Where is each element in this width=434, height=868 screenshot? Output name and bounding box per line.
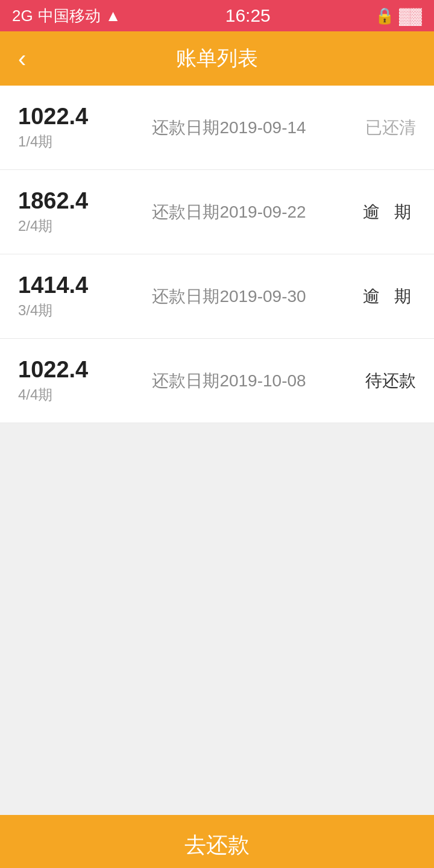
item-period: 1/4期 xyxy=(18,132,127,151)
wifi-icon: ▲ xyxy=(105,7,121,25)
item-date: 还款日期2019-09-14 xyxy=(127,116,332,139)
bill-list-item[interactable]: 1862.4 2/4期 还款日期2019-09-22 逾 期 xyxy=(0,170,434,254)
item-date: 还款日期2019-09-22 xyxy=(127,201,332,224)
repay-button-label: 去还款 xyxy=(184,831,250,860)
status-bar-right: 🔒 ▓▓ xyxy=(375,7,422,25)
item-status: 已还清 xyxy=(332,116,416,139)
item-amount-block: 1414.4 3/4期 xyxy=(18,272,127,320)
item-amount-block: 1022.4 1/4期 xyxy=(18,104,127,151)
item-period: 2/4期 xyxy=(18,216,127,236)
status-bar: 2G 中国移动 ▲ 16:25 🔒 ▓▓ xyxy=(0,0,434,31)
item-date: 还款日期2019-09-30 xyxy=(127,285,332,308)
empty-area xyxy=(0,423,434,815)
status-bar-left: 2G 中国移动 ▲ xyxy=(12,5,121,27)
item-date: 还款日期2019-10-08 xyxy=(127,370,332,392)
item-status: 逾 期 xyxy=(332,201,416,224)
item-amount: 1414.4 xyxy=(18,272,127,298)
bill-list-item[interactable]: 1022.4 1/4期 还款日期2019-09-14 已还清 xyxy=(0,86,434,170)
battery-icon: ▓▓ xyxy=(399,7,422,25)
item-status: 待还款 xyxy=(332,370,416,392)
item-amount: 1862.4 xyxy=(18,188,127,214)
bill-list-item[interactable]: 1022.4 4/4期 还款日期2019-10-08 待还款 xyxy=(0,339,434,423)
status-bar-time: 16:25 xyxy=(225,5,271,26)
item-amount: 1022.4 xyxy=(18,104,127,130)
back-button[interactable]: ‹ xyxy=(18,45,48,72)
item-amount-block: 1862.4 2/4期 xyxy=(18,188,127,236)
header: ‹ 账单列表 xyxy=(0,31,434,86)
lock-icon: 🔒 xyxy=(375,7,394,25)
signal-icon: 2G xyxy=(12,7,33,25)
bill-list: 1022.4 1/4期 还款日期2019-09-14 已还清 1862.4 2/… xyxy=(0,86,434,423)
item-status: 逾 期 xyxy=(332,285,416,308)
repay-button[interactable]: 去还款 xyxy=(0,815,434,868)
carrier-text: 中国移动 xyxy=(38,5,101,27)
item-amount-block: 1022.4 4/4期 xyxy=(18,357,127,404)
item-period: 3/4期 xyxy=(18,301,127,320)
bill-list-item[interactable]: 1414.4 3/4期 还款日期2019-09-30 逾 期 xyxy=(0,254,434,339)
page-title: 账单列表 xyxy=(176,45,258,72)
item-amount: 1022.4 xyxy=(18,357,127,383)
item-period: 4/4期 xyxy=(18,385,127,404)
